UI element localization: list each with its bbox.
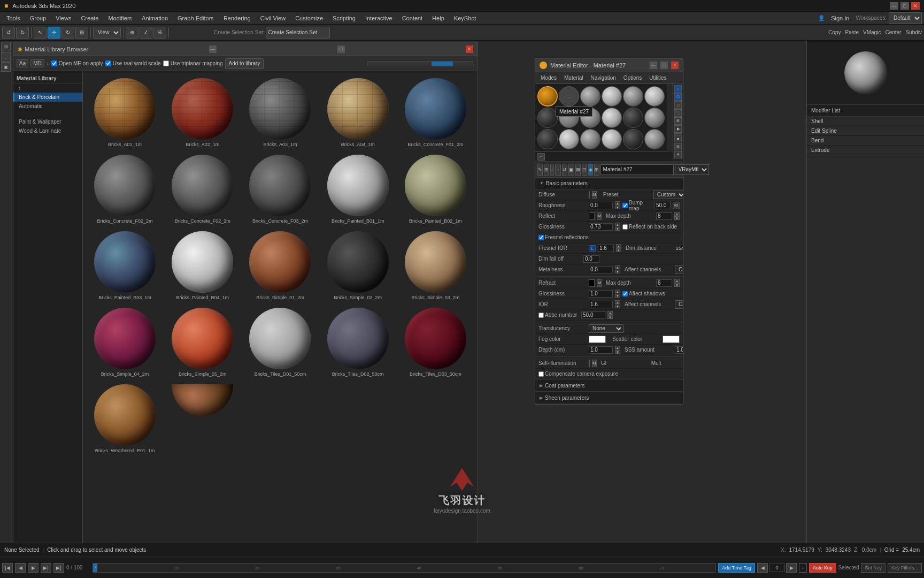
browser-maximize[interactable]: □ bbox=[337, 45, 345, 53]
affect-channels2-dropdown[interactable]: Col..nly bbox=[675, 300, 683, 309]
mat-tiles-d02[interactable]: Bricks_Tiles_D02_50cm bbox=[320, 305, 396, 379]
me-plane-view[interactable]: □ bbox=[674, 101, 682, 109]
reference-dropdown[interactable]: View bbox=[93, 27, 121, 39]
cat-automatic[interactable]: Automatic bbox=[13, 102, 82, 111]
gloss2-down[interactable]: ▼ bbox=[615, 294, 620, 298]
me-mat-effects[interactable]: ⊞ bbox=[594, 164, 599, 176]
timeline-track[interactable]: 0 10 20 30 40 50 60 70 bbox=[93, 563, 716, 573]
cat-brick-porcelain[interactable]: Brick & Porcelain bbox=[13, 93, 82, 102]
real-world-check[interactable]: Use real world scale bbox=[105, 60, 161, 66]
md-btn[interactable]: MD bbox=[30, 59, 44, 67]
workspace-dropdown[interactable]: Default bbox=[889, 12, 922, 24]
menu-content[interactable]: Content bbox=[398, 14, 427, 22]
sign-in-button[interactable]: Sign In bbox=[827, 14, 853, 22]
ior-up[interactable]: ▲ bbox=[616, 244, 621, 248]
mod-edit-spline[interactable]: Edit Spline bbox=[807, 126, 924, 136]
mat-partial[interactable] bbox=[165, 382, 240, 421]
mat-editor-minimize[interactable]: — bbox=[650, 62, 657, 69]
affect-channels-dropdown[interactable]: Col..nly bbox=[675, 265, 683, 274]
frame-next[interactable]: ▶ bbox=[786, 563, 797, 573]
abbe-down[interactable]: ▼ bbox=[607, 315, 613, 319]
me-assign-material[interactable]: → bbox=[555, 164, 561, 176]
mat-bricks-a03[interactable]: Bricks_A03_1m bbox=[242, 75, 318, 150]
tl-end-btn[interactable]: ▶| bbox=[53, 563, 64, 573]
glossiness2-input[interactable] bbox=[589, 290, 613, 298]
mat-slot-5[interactable] bbox=[623, 86, 643, 107]
mat-slot-14[interactable] bbox=[559, 129, 579, 149]
metalness-input[interactable] bbox=[589, 266, 613, 273]
reflect-color[interactable] bbox=[589, 212, 595, 220]
me-bg-black[interactable]: ■ bbox=[674, 135, 682, 142]
aa-btn[interactable]: Aa bbox=[17, 59, 28, 67]
abbe-input[interactable] bbox=[581, 311, 605, 319]
translucency-dropdown[interactable]: None bbox=[589, 324, 623, 333]
metalness-down[interactable]: ▼ bbox=[615, 270, 620, 273]
fresnel-ior-input[interactable] bbox=[598, 245, 614, 252]
me-menu-modes[interactable]: Modes bbox=[537, 74, 560, 82]
mat-slot-15[interactable] bbox=[580, 129, 600, 149]
keyframe-icon[interactable]: ⬦ bbox=[799, 563, 807, 573]
open-me-check[interactable]: Open ME on apply bbox=[51, 60, 103, 66]
mat-slot-1[interactable] bbox=[537, 86, 558, 107]
me-get-material[interactable]: ⊞ bbox=[544, 164, 549, 176]
mat-weathered[interactable]: Bricks_Weathered_E01_1m bbox=[87, 382, 163, 456]
menu-graph-editors[interactable]: Graph Editors bbox=[173, 14, 218, 22]
menu-help[interactable]: Help bbox=[428, 14, 449, 22]
mat-simple-02[interactable]: Bricks_Simple_02_2m bbox=[320, 229, 396, 303]
menu-keyshot[interactable]: KeyShot bbox=[450, 14, 481, 22]
mat-slot-6[interactable] bbox=[644, 86, 665, 107]
mat-slot-18[interactable] bbox=[644, 129, 665, 149]
triplanar-check[interactable]: Use triplanar mapping bbox=[163, 60, 223, 66]
ior-input[interactable] bbox=[589, 301, 613, 308]
ior-up2[interactable]: ▲ bbox=[615, 300, 620, 304]
fog-color[interactable] bbox=[589, 336, 606, 343]
add-to-library-button[interactable]: Add to library bbox=[225, 58, 264, 69]
glossiness-input[interactable] bbox=[589, 223, 613, 231]
bump-val-input[interactable] bbox=[654, 202, 671, 209]
diffuse-color[interactable] bbox=[589, 191, 590, 199]
mat-tiles-d01[interactable]: Bricks_Tiles_D01_50cm bbox=[242, 305, 318, 379]
mat-simple-03[interactable]: Bricks_Simple_03_2m bbox=[398, 229, 473, 303]
menu-customize[interactable]: Customize bbox=[291, 14, 327, 22]
select-move[interactable]: ✛ bbox=[48, 27, 60, 39]
mat-simple-05[interactable]: Bricks_Simple_05_2m bbox=[165, 305, 240, 379]
real-world-checkbox[interactable] bbox=[105, 60, 111, 66]
mat-bricks-a04[interactable]: Bricks_A04_1m bbox=[320, 75, 396, 150]
menu-group[interactable]: Group bbox=[26, 14, 51, 22]
abbe-check[interactable]: Abbe number bbox=[538, 312, 577, 318]
fresnel-check[interactable]: Fresnel reflections bbox=[538, 234, 589, 240]
redo-button[interactable]: ↻ bbox=[16, 27, 29, 39]
snap-percent[interactable]: % bbox=[153, 27, 166, 39]
tl-play-btn[interactable]: ▶ bbox=[28, 563, 38, 573]
reflect-back-checkbox[interactable] bbox=[622, 224, 628, 230]
mat-concrete-f01[interactable]: Bricks_Concrete_F01_2m bbox=[398, 75, 473, 150]
menu-tools[interactable]: Tools bbox=[2, 14, 25, 22]
mat-editor-close[interactable]: ✕ bbox=[671, 62, 679, 69]
me-menu-options[interactable]: Options bbox=[620, 74, 645, 82]
scale-button[interactable]: ⊞ bbox=[75, 27, 88, 39]
refract-m-btn[interactable]: M bbox=[597, 279, 602, 287]
menu-civil-view[interactable]: Civil View bbox=[256, 14, 290, 22]
left-tool-3[interactable]: ▣ bbox=[1, 62, 11, 72]
mat-painted-b03[interactable]: Bricks_Painted_B03_1m bbox=[87, 229, 163, 303]
me-reset-maps[interactable]: ↺ bbox=[562, 164, 567, 176]
mat-concrete-f02b[interactable]: Bricks_Concrete_F02_2m bbox=[165, 152, 240, 226]
dim-falloff-input[interactable] bbox=[583, 255, 599, 263]
mod-extrude[interactable]: Extrude bbox=[807, 146, 924, 155]
minimize-button[interactable]: — bbox=[890, 2, 898, 10]
gloss-up[interactable]: ▲ bbox=[615, 223, 620, 226]
affect-shadows-check[interactable]: Affect shadows bbox=[622, 291, 665, 296]
mat-simple-01[interactable]: Bricks_Simple_01_2m bbox=[242, 229, 318, 303]
mat-simple-04[interactable]: Bricks_Simple_04_2m bbox=[87, 305, 163, 379]
me-sphere-view[interactable]: ○ bbox=[674, 85, 682, 93]
max-depth-up[interactable]: ▲ bbox=[674, 212, 680, 216]
bump-checkbox[interactable] bbox=[622, 203, 628, 208]
max-depth2-up[interactable]: ▲ bbox=[674, 279, 680, 283]
depth-down[interactable]: ▼ bbox=[615, 350, 620, 354]
me-bg-check[interactable]: ⊟ bbox=[674, 143, 682, 150]
mat-tiles-d03[interactable]: Bricks_Tiles_D03_50cm bbox=[398, 305, 473, 379]
me-menu-navigation[interactable]: Navigation bbox=[588, 74, 619, 82]
mat-slot-17[interactable] bbox=[623, 129, 643, 149]
rotate-button[interactable]: ↻ bbox=[61, 27, 74, 39]
browser-hscroll[interactable] bbox=[367, 61, 474, 66]
